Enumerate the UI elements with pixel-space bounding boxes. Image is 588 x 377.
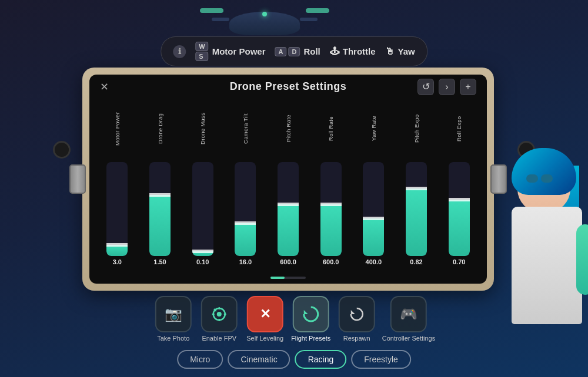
- panel-inner: ✕ Drone Preset Settings ↺ › + Motor Powe…: [89, 75, 487, 284]
- pitch-label: Motor Power: [212, 46, 266, 56]
- toolbar-label-self-leveling: Self Leveling: [246, 335, 283, 342]
- slider-thumb-4: [278, 203, 299, 206]
- svg-marker-7: [304, 310, 308, 314]
- info-button[interactable]: ℹ: [173, 45, 186, 58]
- key-a: A: [275, 47, 286, 56]
- slider-track-1[interactable]: [149, 162, 171, 256]
- slider-col-drone-drag[interactable]: Drone Drag1.50: [141, 97, 180, 265]
- panel-knob-left: [69, 164, 86, 194]
- slider-fill-7: [406, 188, 427, 256]
- slider-label-4: Pitch Rate: [285, 97, 292, 160]
- slider-track-0[interactable]: [106, 162, 128, 256]
- preset-tab-freestyle[interactable]: Freestyle: [351, 350, 411, 369]
- panel-title: Drone Preset Settings: [230, 80, 347, 93]
- toolbar-btn-self-leveling[interactable]: ✕Self Leveling: [245, 296, 286, 342]
- slider-track-5[interactable]: [320, 162, 342, 256]
- avatar-hair: [512, 148, 576, 195]
- roll-label: Roll: [303, 46, 320, 56]
- slider-thumb-0: [106, 243, 128, 247]
- toolbar-icon-enable-fpv: [201, 296, 238, 332]
- toolbar-btn-take-photo[interactable]: 📷Take Photo: [153, 296, 194, 342]
- panel-actions: ↺ › +: [417, 79, 476, 95]
- slider-fill-6: [363, 218, 384, 256]
- avatar-eye-right: [541, 174, 553, 183]
- slider-col-roll-rate[interactable]: Roll Rate600.0: [311, 97, 350, 265]
- pitch-control: W S Motor Power: [195, 42, 265, 61]
- toolbar-icon-take-photo: 📷: [155, 296, 192, 332]
- avatar-figure: [470, 154, 588, 377]
- svg-point-1: [217, 312, 222, 317]
- close-button[interactable]: ✕: [100, 80, 109, 93]
- toolbar-label-take-photo: Take Photo: [157, 335, 189, 342]
- reset-button[interactable]: ↺: [417, 79, 434, 95]
- yaw-icon: 🖱: [385, 46, 395, 57]
- slider-value-3: 16.0: [239, 258, 252, 265]
- avatar-body: [512, 207, 582, 324]
- toolbar-btn-controller-settings[interactable]: 🎮Controller Settings: [382, 296, 436, 342]
- preset-tab-racing[interactable]: Racing: [295, 350, 347, 369]
- yaw-control: 🖱 Yaw: [385, 46, 415, 57]
- toolbar-btn-flight-presets[interactable]: Flight Presets: [290, 296, 332, 342]
- slider-value-6: 400.0: [366, 258, 382, 265]
- toolbar-label-controller-settings: Controller Settings: [382, 335, 436, 342]
- slider-value-0: 3.0: [113, 258, 122, 265]
- toolbar-btn-enable-fpv[interactable]: Enable FPV: [199, 296, 240, 342]
- key-d: D: [288, 47, 300, 56]
- bottom-toolbar: 📷Take PhotoEnable FPV✕Self LevelingFligh…: [153, 296, 436, 342]
- toolbar-btn-respawn[interactable]: Respawn: [336, 296, 377, 342]
- slider-track-6[interactable]: [363, 162, 384, 256]
- slider-label-5: Roll Rate: [328, 97, 334, 160]
- preset-tab-cinematic[interactable]: Cinematic: [228, 350, 290, 369]
- slider-track-3[interactable]: [235, 162, 256, 256]
- toolbar-icon-flight-presets: [293, 296, 329, 332]
- slider-label-3: Camera Tilt: [242, 97, 249, 160]
- toolbar-icon-controller-settings: 🎮: [390, 296, 427, 332]
- toolbar-label-respawn: Respawn: [343, 335, 370, 342]
- slider-label-2: Drone Mass: [199, 97, 206, 160]
- key-s: S: [195, 52, 208, 61]
- avatar: [459, 142, 588, 377]
- slider-value-7: 0.82: [410, 258, 422, 265]
- key-w: W: [195, 42, 208, 51]
- add-button[interactable]: +: [460, 79, 476, 95]
- slider-label-1: Drone Drag: [157, 97, 163, 160]
- slider-fill-3: [235, 223, 256, 256]
- next-button[interactable]: ›: [439, 79, 455, 95]
- slider-fill-4: [278, 204, 299, 256]
- slider-track-2[interactable]: [192, 162, 213, 256]
- yaw-label: Yaw: [398, 46, 415, 56]
- slider-fill-5: [320, 204, 342, 256]
- toolbar-icon-self-leveling: ✕: [247, 296, 283, 332]
- throttle-label: Throttle: [343, 46, 376, 56]
- slider-thumb-5: [320, 203, 342, 206]
- slider-thumb-3: [235, 221, 256, 225]
- slider-track-4[interactable]: [278, 162, 299, 256]
- slider-thumb-7: [406, 187, 427, 190]
- throttle-control: 🕹 Throttle: [330, 46, 376, 57]
- slider-label-0: Motor Power: [114, 97, 121, 160]
- drone-decoration: [206, 0, 323, 35]
- slider-fill-1: [149, 195, 171, 256]
- slider-col-pitch-rate[interactable]: Pitch Rate600.0: [269, 97, 308, 265]
- slider-col-motor-power[interactable]: Motor Power3.0: [98, 97, 137, 265]
- slider-col-yaw-rate[interactable]: Yaw Rate400.0: [354, 97, 393, 265]
- slider-thumb-6: [363, 217, 384, 220]
- preset-tabs: MicroCinematicRacingFreestyle: [177, 350, 411, 369]
- top-control-bar: ℹ W S Motor Power A D Roll 🕹 Throttle 🖱 …: [161, 36, 427, 66]
- slider-track-7[interactable]: [406, 162, 427, 256]
- main-panel: ✕ Drone Preset Settings ↺ › + Motor Powe…: [82, 68, 494, 291]
- preset-tab-micro[interactable]: Micro: [177, 350, 223, 369]
- slider-label-7: Pitch Expo: [413, 97, 420, 160]
- avatar-arm: [576, 224, 588, 295]
- roll-control: A D Roll: [275, 46, 320, 56]
- slider-col-drone-mass[interactable]: Drone Mass0.10: [183, 97, 222, 265]
- sliders-container: Motor Power3.0Drone Drag1.50Drone Mass0.…: [95, 97, 481, 265]
- slider-label-6: Yaw Rate: [370, 97, 377, 160]
- slider-thumb-2: [192, 250, 213, 253]
- slider-value-1: 1.50: [153, 258, 166, 265]
- toolbar-label-flight-presets: Flight Presets: [291, 335, 330, 342]
- panel-progress-fill: [270, 277, 285, 279]
- svg-marker-8: [351, 310, 355, 314]
- slider-col-camera-tilt[interactable]: Camera Tilt16.0: [226, 97, 265, 265]
- slider-col-pitch-expo[interactable]: Pitch Expo0.82: [397, 97, 436, 265]
